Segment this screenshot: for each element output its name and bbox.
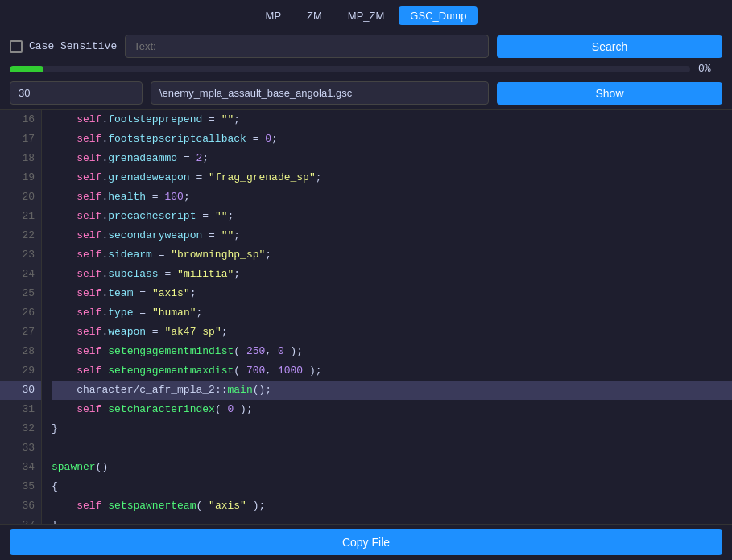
line-num-37: 37 (0, 516, 41, 524)
tab-bar: MP ZM MP_ZM GSC_Dump (0, 0, 732, 30)
tab-mp-zm[interactable]: MP_ZM (337, 6, 396, 25)
code-container: 16 17 18 19 20 21 22 23 24 25 26 27 28 2… (0, 109, 732, 524)
line-num-18: 18 (0, 149, 41, 168)
line-num-30: 30 (0, 381, 41, 400)
code-line-30: character/c_afr_mpla_2::main(); (52, 381, 732, 400)
code-line-33 (52, 439, 732, 458)
case-sensitive-checkbox[interactable] (10, 40, 23, 53)
code-line-31: self setcharacterindex( 0 ); (52, 400, 732, 419)
line-num-31: 31 (0, 400, 41, 419)
code-line-34: spawner() (52, 458, 732, 477)
copy-file-button[interactable]: Copy File (10, 529, 722, 555)
code-line-16: self.footstepprepend = ""; (52, 110, 732, 130)
line-num-24: 24 (0, 265, 41, 284)
tab-mp[interactable]: MP (254, 6, 293, 25)
line-num-22: 22 (0, 226, 41, 245)
code-line-24: self.subclass = "militia"; (52, 265, 732, 284)
code-line-18: self.grenadeammo = 2; (52, 149, 732, 168)
line-num-19: 19 (0, 168, 41, 187)
line-num-21: 21 (0, 207, 41, 226)
line-num-23: 23 (0, 245, 41, 265)
line-num-17: 17 (0, 130, 41, 149)
line-num-28: 28 (0, 342, 41, 361)
line-num-32: 32 (0, 419, 41, 439)
line-num-16: 16 (0, 110, 41, 130)
code-line-17: self.footstepscriptcallback = 0; (52, 130, 732, 149)
line-num-25: 25 (0, 284, 41, 303)
code-line-27: self.weapon = "ak47_sp"; (52, 323, 732, 342)
progress-row: 0% (0, 63, 732, 78)
code-line-23: self.sidearm = "browninghp_sp"; (52, 245, 732, 265)
search-button[interactable]: Search (497, 35, 722, 58)
line-num-29: 29 (0, 361, 41, 381)
file-path-input[interactable] (151, 81, 489, 105)
code-line-28: self setengagementmindist( 250, 0 ); (52, 342, 732, 361)
file-row: Show (0, 78, 732, 109)
line-num-34: 34 (0, 458, 41, 477)
case-sensitive-label[interactable]: Case Sensitive (10, 40, 117, 53)
progress-bar-fill (10, 66, 43, 72)
line-num-20: 20 (0, 187, 41, 207)
line-num-36: 36 (0, 496, 41, 516)
code-line-36: self setspawnerteam( "axis" ); (52, 496, 732, 516)
line-num-27: 27 (0, 323, 41, 342)
progress-bar-bg (10, 66, 690, 72)
progress-percent: 0% (698, 63, 722, 75)
code-line-20: self.health = 100; (52, 187, 732, 207)
case-sensitive-text: Case Sensitive (29, 40, 117, 52)
tab-gsc-dump[interactable]: GSC_Dump (399, 6, 478, 25)
code-line-25: self.team = "axis"; (52, 284, 732, 303)
code-line-29: self setengagementmaxdist( 700, 1000 ); (52, 361, 732, 381)
line-number-input[interactable] (10, 81, 143, 105)
line-num-26: 26 (0, 303, 41, 323)
code-line-19: self.grenadeweapon = "frag_grenade_sp"; (52, 168, 732, 187)
tab-zm[interactable]: ZM (296, 6, 333, 25)
line-numbers: 16 17 18 19 20 21 22 23 24 25 26 27 28 2… (0, 110, 42, 524)
line-num-33: 33 (0, 439, 41, 458)
bottom-bar: Copy File (0, 524, 732, 560)
code-line-32: } (52, 419, 732, 439)
line-num-35: 35 (0, 477, 41, 496)
code-line-26: self.type = "human"; (52, 303, 732, 323)
show-button[interactable]: Show (497, 82, 722, 105)
search-row: Case Sensitive Search (0, 30, 732, 63)
code-line-35: { (52, 477, 732, 496)
code-line-22: self.secondaryweapon = ""; (52, 226, 732, 245)
code-content[interactable]: self.footstepprepend = ""; self.footstep… (42, 110, 732, 524)
code-line-37: } (52, 516, 732, 524)
code-line-21: self.precachescript = ""; (52, 207, 732, 226)
search-text-input[interactable] (125, 35, 489, 58)
